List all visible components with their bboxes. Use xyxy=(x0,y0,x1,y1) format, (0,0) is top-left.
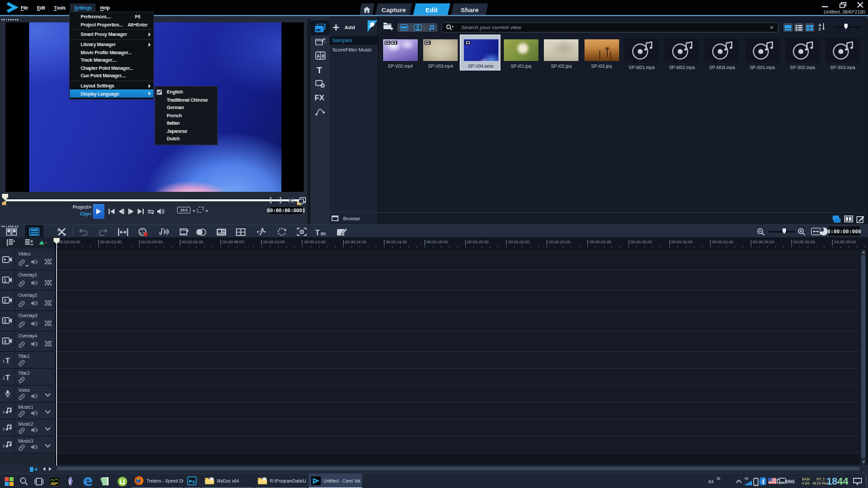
sound-mixer-icon[interactable] xyxy=(159,227,170,237)
preview-drag-handle[interactable] xyxy=(1,19,18,20)
language-option-italian[interactable]: Italian xyxy=(155,119,217,127)
minimize-button[interactable] xyxy=(822,2,829,8)
track-type-title-icon[interactable]: 1T xyxy=(0,352,15,368)
library-category-title-icon[interactable]: T xyxy=(311,62,330,77)
motion-tracking-icon[interactable] xyxy=(256,227,267,237)
subtitle-editor-icon[interactable] xyxy=(216,227,226,237)
menu-item-chapter-point-manager[interactable]: Chapter Point Manager... xyxy=(70,64,153,73)
close-button[interactable] xyxy=(857,2,864,8)
track-volume-icon[interactable] xyxy=(31,341,39,348)
tray-expand-chevron[interactable] xyxy=(736,479,742,483)
track-lane-overlay3[interactable] xyxy=(55,311,860,331)
library-category-media-icon[interactable] xyxy=(311,20,330,35)
project-mode-toggle[interactable]: Project= xyxy=(73,205,92,209)
show-desktop-button[interactable] xyxy=(866,476,867,487)
track-header-overlay2[interactable]: 2Overlay2 xyxy=(0,291,54,311)
library-item[interactable]: SP-I02.jpg xyxy=(541,36,581,73)
library-search-input[interactable]: Search your current view ✕ xyxy=(441,22,778,33)
menu-item-library-manager[interactable]: Library Manager xyxy=(70,41,153,49)
purple-app-icon[interactable] xyxy=(65,476,76,487)
library-item[interactable]: SP-S02.mpa xyxy=(783,36,823,73)
track-lane-overlay1[interactable] xyxy=(55,270,860,291)
library-item[interactable]: SP-S03.mpa xyxy=(823,36,863,73)
tab-edit[interactable]: Edit xyxy=(413,3,450,16)
timeline-hscrollbar[interactable] xyxy=(57,467,860,470)
track-link-icon[interactable] xyxy=(18,321,25,328)
track-lane-video[interactable] xyxy=(55,249,860,270)
track-link-icon[interactable] xyxy=(18,259,25,266)
track-type-music-icon[interactable]: 1 xyxy=(0,403,15,419)
view-list-button[interactable] xyxy=(794,23,804,32)
show-options-button[interactable] xyxy=(844,215,854,224)
clip-mode-toggle[interactable]: Clip= xyxy=(73,211,92,216)
track-grid-icon[interactable] xyxy=(45,300,52,308)
track-volume-icon[interactable] xyxy=(31,300,39,308)
zoom-out-icon[interactable] xyxy=(757,228,765,236)
tab-capture[interactable]: Capture xyxy=(375,3,412,16)
track-grid-icon[interactable] xyxy=(45,259,52,266)
volume-button[interactable] xyxy=(156,207,165,216)
track-type-title-icon[interactable]: 2T xyxy=(0,369,15,385)
scroll-right-arrow[interactable] xyxy=(47,466,53,472)
next-frame-button[interactable] xyxy=(126,207,136,216)
track-chevron-icon[interactable] xyxy=(45,444,51,451)
menu-item-track-manager[interactable]: Track Manager.... xyxy=(70,56,153,64)
library-folder-scorefitter-music[interactable]: ScoreFitter Music xyxy=(330,45,378,54)
taskbar-app-photoshop[interactable]: Ps xyxy=(184,474,201,488)
speed-lapse-icon[interactable] xyxy=(195,227,206,237)
trim-markers-icon[interactable] xyxy=(117,227,128,237)
thumbnail-zoom-slider[interactable] xyxy=(834,26,861,28)
show-editor-button[interactable] xyxy=(855,215,865,224)
track-lane-overlay2[interactable] xyxy=(55,291,860,311)
project-duration-icon[interactable] xyxy=(819,227,828,236)
record-capture-icon[interactable] xyxy=(138,227,149,237)
menu-item-layout-settings[interactable]: Layout Settings xyxy=(70,82,153,90)
customize-motion-icon[interactable] xyxy=(276,227,287,237)
track-volume-icon[interactable] xyxy=(31,259,39,266)
library-category-motion-path-icon[interactable] xyxy=(311,104,330,119)
menu-item-project-properties[interactable]: Project Properties...Alt+Enter xyxy=(70,21,153,29)
language-option-dutch[interactable]: Dutch xyxy=(155,135,217,143)
search-clear-icon[interactable]: ✕ xyxy=(770,25,774,30)
tray-us-flag-icon[interactable] xyxy=(768,478,776,484)
capture-frame-button[interactable] xyxy=(298,197,306,204)
filter-photos-button[interactable] xyxy=(410,23,424,32)
track-type-voice-icon[interactable] xyxy=(0,386,15,402)
library-item[interactable]: SP-M03.mpa xyxy=(702,36,742,73)
auto-scroll-icon[interactable] xyxy=(30,467,38,472)
enlarge-preview-button[interactable] xyxy=(197,206,204,214)
track-header-overlay4[interactable]: 4Overlay4 xyxy=(0,331,54,352)
library-category-graphics-icon[interactable] xyxy=(311,76,330,91)
track-lane-title1[interactable] xyxy=(55,352,860,369)
scroll-left-arrow[interactable] xyxy=(41,466,47,472)
multi-trim-tools-icon[interactable] xyxy=(56,227,67,237)
track-grid-icon[interactable] xyxy=(45,280,52,287)
tray-clock[interactable]: 1844 xyxy=(827,476,848,487)
language-option-traditional-chinese[interactable]: Traditional Chinese xyxy=(155,96,217,104)
split-screen-template-icon[interactable] xyxy=(235,227,246,237)
track-grid-icon[interactable] xyxy=(45,341,52,348)
scrubber-bar[interactable] xyxy=(5,199,302,201)
track-link-icon[interactable] xyxy=(18,393,25,401)
tab-share[interactable]: Share xyxy=(451,3,488,16)
track-volume-icon[interactable] xyxy=(31,427,39,434)
track-type-overlay-icon[interactable]: 2 xyxy=(0,291,15,310)
track-header-voice[interactable]: Voice xyxy=(0,386,54,403)
timecode-spinner[interactable] xyxy=(302,208,305,213)
zoom-slider-thumb[interactable] xyxy=(844,24,848,29)
library-item[interactable]: SP-V04.wmv xyxy=(461,36,501,73)
aspect-ratio-chip[interactable]: 16:9 xyxy=(177,207,191,214)
pin-library-icon[interactable] xyxy=(368,20,378,32)
library-folder-samples[interactable]: Samples xyxy=(330,36,378,45)
enlarge-dropdown-arrow[interactable] xyxy=(205,210,208,212)
track-type-music-icon[interactable]: 3 xyxy=(0,436,15,453)
import-media-button[interactable] xyxy=(383,22,393,30)
add-track-icon[interactable] xyxy=(25,239,33,247)
previous-frame-button[interactable] xyxy=(117,207,126,216)
track-link-icon[interactable] xyxy=(18,280,25,287)
track-header-title1[interactable]: 1TTitle1 xyxy=(0,352,54,369)
track-link-icon[interactable] xyxy=(18,410,25,418)
track-header-title2[interactable]: 2TTitle2 xyxy=(0,369,54,386)
library-category-instant-project-icon[interactable] xyxy=(311,35,330,49)
library-item[interactable]: SP-S01.mpa xyxy=(743,36,783,73)
